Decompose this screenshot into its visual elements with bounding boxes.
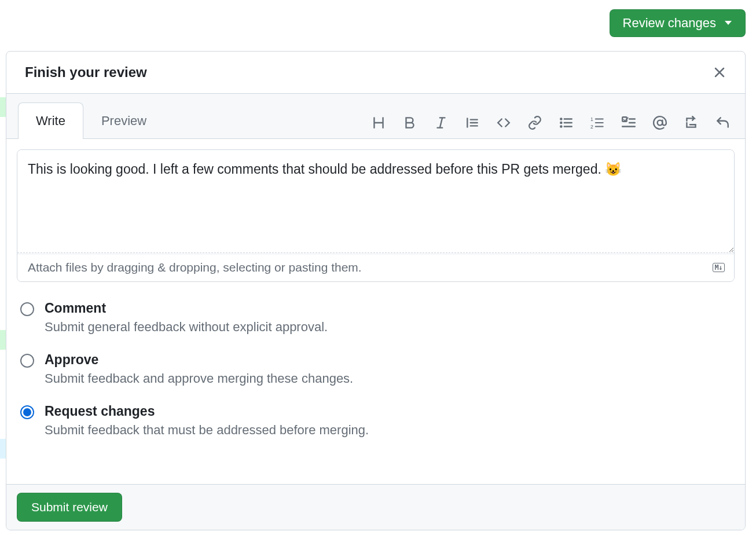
heading-icon[interactable] bbox=[371, 115, 386, 130]
radio-approve[interactable] bbox=[20, 354, 34, 368]
italic-icon[interactable] bbox=[434, 115, 449, 130]
option-approve-desc: Submit feedback and approve merging thes… bbox=[45, 371, 353, 386]
reply-icon[interactable] bbox=[715, 115, 730, 130]
radio-request-changes[interactable] bbox=[20, 405, 34, 419]
attach-hint-text[interactable]: Attach files by dragging & dropping, sel… bbox=[28, 261, 362, 274]
markdown-toolbar: 12 bbox=[371, 115, 733, 138]
link-icon[interactable] bbox=[527, 115, 542, 130]
option-comment[interactable]: Comment Submit general feedback without … bbox=[17, 294, 735, 345]
code-icon[interactable] bbox=[496, 115, 511, 130]
option-approve-title: Approve bbox=[45, 352, 353, 368]
option-request-desc: Submit feedback that must be addressed b… bbox=[45, 423, 369, 438]
close-button[interactable] bbox=[710, 63, 729, 82]
review-changes-button[interactable]: Review changes bbox=[610, 9, 746, 37]
svg-text:1: 1 bbox=[590, 116, 593, 122]
caret-down-icon bbox=[724, 20, 732, 26]
option-request-changes[interactable]: Request changes Submit feedback that mus… bbox=[17, 397, 735, 448]
svg-point-6 bbox=[658, 120, 663, 126]
option-approve[interactable]: Approve Submit feedback and approve merg… bbox=[17, 345, 735, 397]
tab-preview[interactable]: Preview bbox=[83, 102, 164, 139]
review-changes-label: Review changes bbox=[623, 16, 716, 31]
unordered-list-icon[interactable] bbox=[559, 115, 574, 130]
bold-icon[interactable] bbox=[402, 115, 417, 130]
svg-text:2: 2 bbox=[590, 124, 593, 130]
submit-review-button[interactable]: Submit review bbox=[17, 493, 122, 522]
close-icon bbox=[713, 65, 726, 79]
svg-point-1 bbox=[560, 122, 562, 123]
option-comment-title: Comment bbox=[45, 301, 328, 316]
task-list-icon[interactable] bbox=[621, 115, 636, 130]
cross-reference-icon[interactable] bbox=[684, 115, 699, 130]
tab-write[interactable]: Write bbox=[18, 102, 83, 139]
radio-comment[interactable] bbox=[20, 302, 34, 316]
quote-icon[interactable] bbox=[465, 115, 480, 130]
option-comment-desc: Submit general feedback without explicit… bbox=[45, 320, 328, 335]
review-panel: Finish your review Write Preview bbox=[6, 51, 746, 530]
ordered-list-icon[interactable]: 12 bbox=[590, 115, 605, 130]
svg-point-2 bbox=[560, 126, 562, 127]
panel-title: Finish your review bbox=[25, 64, 147, 80]
review-comment-textarea[interactable] bbox=[17, 150, 734, 253]
markdown-supported-icon[interactable]: M↓ bbox=[713, 263, 725, 272]
svg-point-0 bbox=[560, 118, 562, 119]
background-diff-edge bbox=[0, 0, 6, 535]
option-request-title: Request changes bbox=[45, 404, 369, 419]
mention-icon[interactable] bbox=[652, 115, 667, 130]
